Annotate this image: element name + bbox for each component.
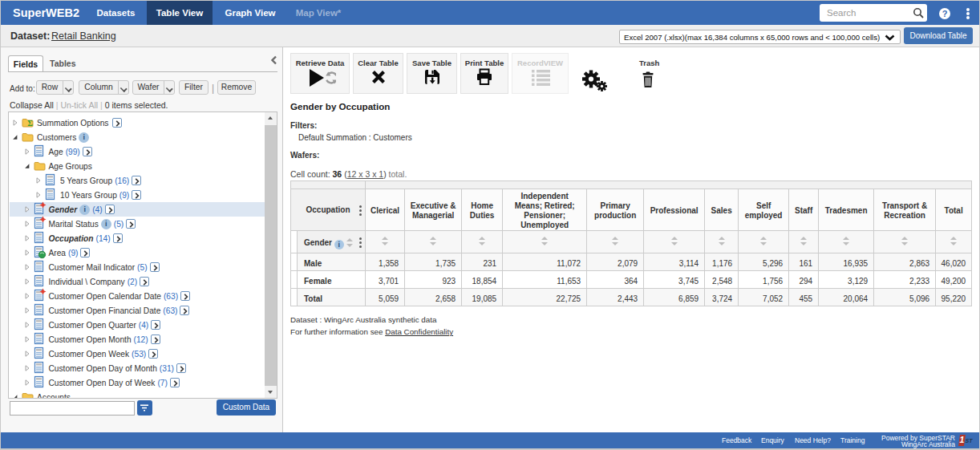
- svg-text:Σ: Σ: [27, 119, 33, 128]
